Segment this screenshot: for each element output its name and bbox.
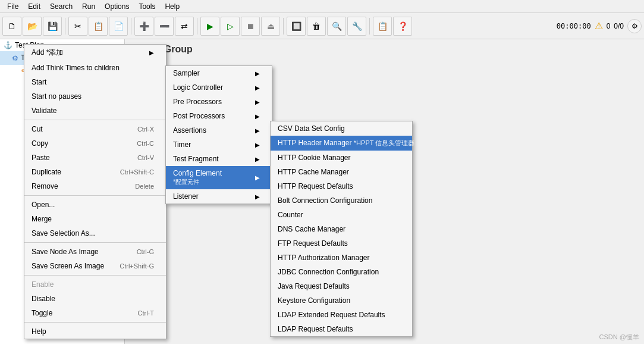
menu-item-open[interactable]: Open... [24, 198, 166, 212]
menu-file[interactable]: File [2, 1, 23, 12]
sep4 [283, 18, 284, 35]
menu-options[interactable]: Options [100, 1, 134, 12]
menu-item-start[interactable]: Start [24, 75, 166, 89]
menu-l3-ldap-ext[interactable]: LDAP Extended Request Defaults [271, 308, 412, 322]
menu-item-merge[interactable]: Merge [24, 212, 166, 226]
merge-label: Merge [32, 215, 52, 223]
counter-label: Counter [278, 211, 303, 219]
sep-c [24, 242, 166, 243]
clear-button[interactable]: 🔲 [287, 17, 306, 36]
sep3 [197, 18, 197, 35]
menu-item-disable[interactable]: Disable [24, 292, 166, 306]
menu-l3-http-cookie[interactable]: HTTP Cookie Manager [271, 151, 412, 165]
copy-button[interactable]: 📋 [89, 17, 108, 36]
open-button[interactable]: 📂 [23, 17, 42, 36]
menu-l3-dns[interactable]: DNS Cache Manager [271, 222, 412, 236]
menu-l3-http-cache[interactable]: HTTP Cache Manager [271, 165, 412, 179]
menu-l2-pre[interactable]: Pre Processors ▶ [166, 95, 272, 109]
sep1 [65, 18, 65, 35]
paste-button[interactable]: 📄 [109, 17, 128, 36]
menu-l3-ftp[interactable]: FTP Request Defaults [271, 236, 412, 251]
menu-item-paste[interactable]: Paste Ctrl-V [24, 151, 166, 165]
menu-item-duplicate[interactable]: Duplicate Ctrl+Shift-C [24, 165, 166, 179]
expand-button[interactable]: ➕ [134, 17, 153, 36]
menu-tools[interactable]: Tools [134, 1, 160, 12]
menu-l3-ldap[interactable]: LDAP Request Defaults [271, 322, 412, 336]
menu-item-start-no-pauses[interactable]: Start no pauses [24, 89, 166, 104]
toggle-button[interactable]: ⇄ [175, 17, 194, 36]
menu-l3-jdbc[interactable]: JDBC Connection Configuration [271, 265, 412, 279]
save-button[interactable]: 💾 [43, 17, 62, 36]
duplicate-shortcut: Ctrl+Shift-C [120, 168, 154, 176]
menu-l2-listener[interactable]: Listener ▶ [166, 189, 272, 204]
open-label: Open... [32, 201, 55, 209]
cut-shortcut: Ctrl-X [137, 126, 154, 133]
menu-help[interactable]: Help [160, 1, 184, 12]
csv-label: CSV Data Set Config [278, 124, 345, 133]
menu-l2-timer[interactable]: Timer ▶ [166, 137, 272, 152]
menu-item-save-screen[interactable]: Save Screen As Image Ctrl+Shift-G [24, 259, 166, 273]
menu-l2-sampler[interactable]: Sampler ▶ [166, 66, 272, 80]
menu-l3-java[interactable]: Java Request Defaults [271, 279, 412, 293]
menu-edit[interactable]: Edit [23, 1, 45, 12]
remove-label: Remove [32, 182, 58, 190]
help-button[interactable]: ❓ [393, 17, 412, 36]
menu-item-remove[interactable]: Remove Delete [24, 179, 166, 193]
add-arrow: ▶ [149, 49, 154, 56]
menu-search[interactable]: Search [45, 1, 77, 12]
fragment-label: Test Fragment [173, 155, 219, 163]
menu-l3-counter[interactable]: Counter [271, 208, 412, 222]
menu-l2-config[interactable]: Config Element*配置元件 ▶ [166, 166, 272, 189]
shutdown-button[interactable]: ⏏ [261, 17, 280, 36]
menu-l3-http-auth[interactable]: HTTP Authorization Manager [271, 251, 412, 265]
menu-l3-bolt[interactable]: Bolt Connection Configuration [271, 193, 412, 208]
keystore-label: Keystore Configuration [278, 296, 350, 305]
clear-all-button[interactable]: 🗑 [307, 17, 326, 36]
menu-item-save-selection[interactable]: Save Selection As... [24, 226, 166, 240]
menu-item-validate[interactable]: Validate [24, 104, 166, 118]
menu-item-save-node[interactable]: Save Node As Image Ctrl-G [24, 245, 166, 259]
menu-item-help[interactable]: Help [24, 324, 166, 339]
start-no-pause-button[interactable]: ▷ [221, 17, 240, 36]
toggle-label: Toggle [32, 309, 52, 317]
menu-l2-logic[interactable]: Logic Controller ▶ [166, 80, 272, 95]
function-button[interactable]: 🔧 [347, 17, 366, 36]
menu-item-copy[interactable]: Copy Ctrl-C [24, 136, 166, 151]
error-count: 0/0 [614, 22, 624, 30]
menu-l2-post[interactable]: Post Processors ▶ [166, 109, 272, 123]
collapse-button[interactable]: ➖ [155, 17, 174, 36]
menu-l2-fragment[interactable]: Test Fragment ▶ [166, 152, 272, 166]
dns-label: DNS Cache Manager [278, 225, 345, 233]
browse-button[interactable]: 🔍 [327, 17, 346, 36]
menu-item-add[interactable]: Add *添加 ▶ [24, 45, 166, 61]
stop-button[interactable]: ⏹ [241, 17, 260, 36]
save-node-label: Save Node As Image [32, 248, 99, 256]
start-button[interactable]: ▶ [200, 17, 219, 36]
save-screen-label: Save Screen As Image [32, 262, 104, 270]
assertions-label: Assertions [173, 126, 206, 135]
menu-l3-csv[interactable]: CSV Data Set Config [271, 121, 412, 136]
fragment-arrow: ▶ [255, 156, 260, 162]
paste-shortcut: Ctrl-V [137, 154, 154, 161]
menu-l3-http-defaults[interactable]: HTTP Request Defaults [271, 179, 412, 193]
cut-button[interactable]: ✂ [68, 17, 87, 36]
assertions-arrow: ▶ [255, 127, 260, 134]
warning-icon: ⚠ [595, 20, 603, 32]
duplicate-label: Duplicate [32, 168, 61, 176]
menu-l3-keystore[interactable]: Keystore Configuration [271, 293, 412, 308]
threadgroup-icon: ⚙ [12, 54, 18, 62]
ldap-label: LDAP Request Defaults [278, 325, 353, 333]
add-label: Add *添加 [32, 48, 63, 58]
menu-item-cut[interactable]: Cut Ctrl-X [24, 122, 166, 136]
menu-l2-assertions[interactable]: Assertions ▶ [166, 123, 272, 137]
panel-title: Thread Group [130, 44, 639, 55]
ldap-ext-label: LDAP Extended Request Defaults [278, 311, 385, 319]
menu-item-toggle[interactable]: Toggle Ctrl-T [24, 306, 166, 320]
settings-button[interactable]: ⚙ [627, 19, 642, 33]
menu-run[interactable]: Run [77, 1, 100, 12]
new-button[interactable]: 🗋 [2, 17, 21, 36]
sep2 [131, 18, 131, 35]
log-button[interactable]: 📋 [373, 17, 392, 36]
menu-item-add-think[interactable]: Add Think Times to children [24, 61, 166, 75]
menu-l3-http-header[interactable]: HTTP Header Manager *HPPT 信息头管理器 [271, 136, 412, 151]
